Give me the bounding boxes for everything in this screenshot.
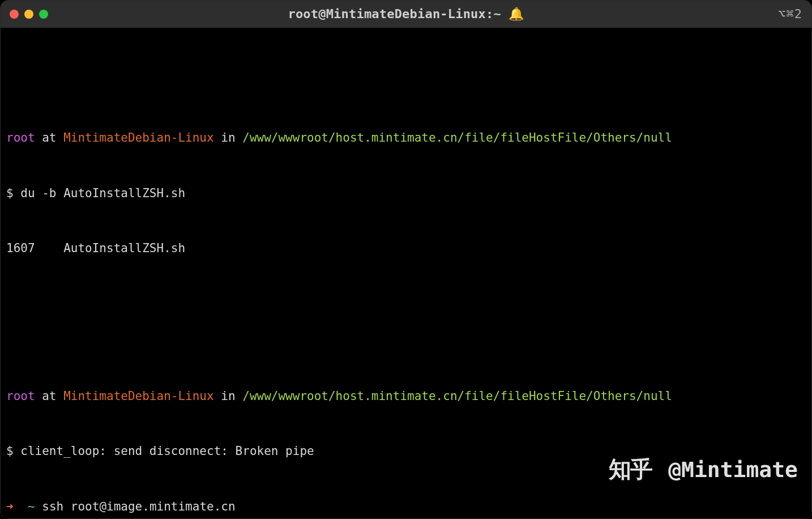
ssh-line: ➜ ~ ssh root@image.mintimate.cn xyxy=(6,497,806,516)
prompt-path: /www/wwwroot/host.mintimate.cn/file/file… xyxy=(242,131,672,144)
output-line: $ client_loop: send disconnect: Broken p… xyxy=(6,442,806,461)
bell-icon: 🔔 xyxy=(508,7,524,21)
home-tilde: ~ xyxy=(28,500,35,513)
prompt-line: root at MintimateDebian-Linux in /www/ww… xyxy=(6,387,806,406)
window-title: root@MintimateDebian-Linux:~ 🔔 xyxy=(1,5,811,24)
terminal-window: root@MintimateDebian-Linux:~ 🔔 ⌥⌘2 root … xyxy=(0,0,812,519)
prompt-host: MintimateDebian-Linux xyxy=(63,131,214,144)
prompt-in: in xyxy=(214,131,243,144)
title-text: root@MintimateDebian-Linux:~ xyxy=(288,7,501,21)
prompt-dollar: $ xyxy=(6,186,20,200)
traffic-lights xyxy=(10,10,48,19)
arrow-icon: ➜ xyxy=(6,500,28,513)
prompt-line: root at MintimateDebian-Linux in /www/ww… xyxy=(6,129,806,147)
output-line: 1607 AutoInstallZSH.sh xyxy=(6,239,806,258)
cmd-du: du -b AutoInstallZSH.sh xyxy=(20,186,185,200)
prompt-user: root xyxy=(6,131,35,144)
minimize-icon[interactable] xyxy=(24,10,33,19)
zoom-icon[interactable] xyxy=(39,10,48,19)
close-icon[interactable] xyxy=(10,10,19,19)
titlebar: root@MintimateDebian-Linux:~ 🔔 ⌥⌘2 xyxy=(1,1,811,28)
terminal-content[interactable]: root at MintimateDebian-Linux in /www/ww… xyxy=(1,28,811,518)
cmd-ssh: ssh root@image.mintimate.cn xyxy=(35,500,236,513)
titlebar-shortcut: ⌥⌘2 xyxy=(778,5,802,24)
command-line: $ du -b AutoInstallZSH.sh xyxy=(6,184,806,203)
broken-pipe: client_loop: send disconnect: Broken pip… xyxy=(20,444,314,458)
prompt-at: at xyxy=(35,131,64,144)
